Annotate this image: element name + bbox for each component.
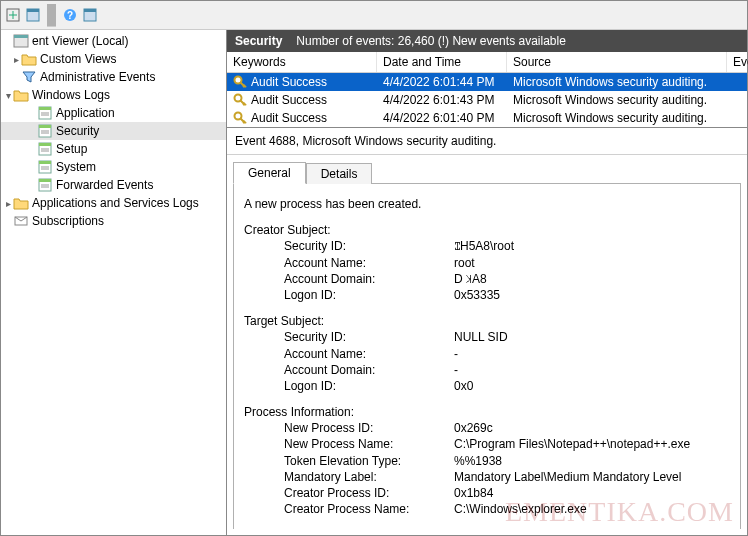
filter-icon xyxy=(21,69,37,85)
field-label: Account Domain: xyxy=(284,362,454,378)
svg-rect-8 xyxy=(14,35,28,38)
field-value: 0x1b84 xyxy=(454,485,730,501)
eventviewer-icon xyxy=(13,33,29,49)
tree-pane[interactable]: ent Viewer (Local)▸Custom ViewsAdministr… xyxy=(1,30,227,535)
toolbar-panel-icon[interactable] xyxy=(82,7,98,23)
folder-icon xyxy=(13,195,29,211)
cell-source: Microsoft Windows security auditing. xyxy=(507,73,727,91)
log-title: Security xyxy=(235,34,282,48)
col-source[interactable]: Source xyxy=(507,52,727,72)
tree-app-services[interactable]: ▸Applications and Services Logs xyxy=(1,194,226,212)
key-icon xyxy=(233,93,247,107)
event-row[interactable]: Audit Success4/4/2022 6:01:43 PMMicrosof… xyxy=(227,91,747,109)
field-label: Creator Process Name: xyxy=(284,501,454,517)
section-header: Target Subject: xyxy=(244,313,730,329)
key-icon xyxy=(233,75,247,89)
col-datetime[interactable]: Date and Time xyxy=(377,52,507,72)
field-label: Mandatory Label: xyxy=(284,469,454,485)
separator xyxy=(47,4,56,27)
field-label: Logon ID: xyxy=(284,287,454,303)
tree-subscriptions[interactable]: Subscriptions xyxy=(1,212,226,230)
field-value: - xyxy=(454,362,730,378)
tree-setup[interactable]: Setup xyxy=(1,140,226,158)
toolbar-nav-icon[interactable] xyxy=(5,7,21,23)
field-label: Account Name: xyxy=(284,346,454,362)
field-value: Mandatory Label\Medium Mandatory Level xyxy=(454,469,730,485)
tree-application[interactable]: Application xyxy=(1,104,226,122)
tree-windows-logs[interactable]: ▾Windows Logs xyxy=(1,86,226,104)
detail-body[interactable]: A new process has been created.Creator S… xyxy=(233,183,741,529)
tree-label: Application xyxy=(56,106,115,120)
sub-icon xyxy=(13,213,29,229)
log-icon xyxy=(37,159,53,175)
tree: ent Viewer (Local)▸Custom ViewsAdministr… xyxy=(1,32,226,230)
field-value: C:\Program Files\Notepad++\notepad++.exe xyxy=(454,436,730,452)
cell-source: Microsoft Windows security auditing. xyxy=(507,91,727,109)
toolbar: ? xyxy=(1,1,747,30)
tree-label: Security xyxy=(56,124,99,138)
field-label: Token Elevation Type: xyxy=(284,453,454,469)
col-extra[interactable]: Eve xyxy=(727,52,748,72)
svg-rect-18 xyxy=(39,143,51,146)
field-label: Security ID: xyxy=(284,238,454,254)
event-row[interactable]: Audit Success4/4/2022 6:01:44 PMMicrosof… xyxy=(227,73,747,91)
tree-security[interactable]: Security xyxy=(1,122,226,140)
log-subtitle: Number of events: 26,460 (!) New events … xyxy=(296,34,565,48)
log-header: Security Number of events: 26,460 (!) Ne… xyxy=(227,30,747,52)
log-icon xyxy=(37,105,53,121)
cell-source: Microsoft Windows security auditing. xyxy=(507,109,727,127)
event-detail-title: Event 4688, Microsoft Windows security a… xyxy=(227,128,747,155)
tree-label: Administrative Events xyxy=(40,70,155,84)
twisty[interactable]: ▸ xyxy=(11,54,21,65)
cell-datetime: 4/4/2022 6:01:40 PM xyxy=(377,109,507,127)
cell-extra xyxy=(727,91,747,109)
event-grid[interactable]: Keywords Date and Time Source Eve Audit … xyxy=(227,52,747,128)
tree-root[interactable]: ent Viewer (Local) xyxy=(1,32,226,50)
tree-label: Applications and Services Logs xyxy=(32,196,199,210)
tree-forwarded[interactable]: Forwarded Events xyxy=(1,176,226,194)
field-label: Logon ID: xyxy=(284,378,454,394)
detail-content: A new process has been created.Creator S… xyxy=(233,184,741,529)
tree-label: Custom Views xyxy=(40,52,116,66)
tree-label: Subscriptions xyxy=(32,214,104,228)
svg-text:?: ? xyxy=(67,10,73,21)
twisty[interactable]: ▾ xyxy=(3,90,13,101)
detail-lead: A new process has been created. xyxy=(244,196,730,212)
cell-keywords: Audit Success xyxy=(251,75,327,89)
cell-datetime: 4/4/2022 6:01:44 PM xyxy=(377,73,507,91)
folder-icon xyxy=(21,51,37,67)
folder-icon xyxy=(13,87,29,103)
right-pane: Security Number of events: 26,460 (!) Ne… xyxy=(227,30,747,535)
field-value: ꞮH5A8\root xyxy=(454,238,730,254)
field-label: New Process ID: xyxy=(284,420,454,436)
key-icon xyxy=(233,111,247,125)
svg-rect-14 xyxy=(39,125,51,128)
tree-system[interactable]: System xyxy=(1,158,226,176)
log-icon xyxy=(37,123,53,139)
tree-label: ent Viewer (Local) xyxy=(32,34,129,48)
tree-label: Setup xyxy=(56,142,87,156)
log-icon xyxy=(37,177,53,193)
cell-datetime: 4/4/2022 6:01:43 PM xyxy=(377,91,507,109)
toolbar-view-icon[interactable] xyxy=(25,7,41,23)
field-label: Security ID: xyxy=(284,329,454,345)
tab-details[interactable]: Details xyxy=(306,163,373,184)
field-value: 0x0 xyxy=(454,378,730,394)
field-value: C:\Windows\explorer.exe xyxy=(454,501,730,517)
section-header: Process Information: xyxy=(244,404,730,420)
svg-rect-10 xyxy=(39,107,51,110)
svg-rect-26 xyxy=(39,179,51,182)
field-label: New Process Name: xyxy=(284,436,454,452)
field-value: D ꞰA8 xyxy=(454,271,730,287)
event-row[interactable]: Audit Success4/4/2022 6:01:40 PMMicrosof… xyxy=(227,109,747,127)
tab-general[interactable]: General xyxy=(233,162,306,184)
section-header: Creator Subject: xyxy=(244,222,730,238)
tree-admin-events[interactable]: Administrative Events xyxy=(1,68,226,86)
field-value: NULL SID xyxy=(454,329,730,345)
twisty[interactable]: ▸ xyxy=(3,198,13,209)
help-icon[interactable]: ? xyxy=(62,7,78,23)
svg-rect-22 xyxy=(39,161,51,164)
cell-extra xyxy=(727,109,747,127)
tree-custom-views[interactable]: ▸Custom Views xyxy=(1,50,226,68)
col-keywords[interactable]: Keywords xyxy=(227,52,377,72)
